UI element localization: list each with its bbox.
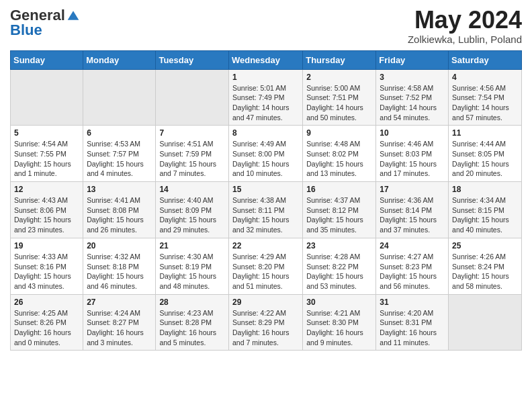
calendar-week-row: 26Sunrise: 4:25 AMSunset: 8:26 PMDayligh… bbox=[11, 294, 522, 351]
day-number: 22 bbox=[232, 241, 299, 250]
day-number: 24 bbox=[380, 241, 445, 250]
calendar-table: SundayMondayTuesdayWednesdayThursdayFrid… bbox=[10, 50, 522, 351]
weekday-header: Friday bbox=[376, 50, 449, 69]
calendar-cell: 5Sunrise: 4:54 AMSunset: 7:55 PMDaylight… bbox=[11, 126, 83, 182]
calendar-cell: 16Sunrise: 4:37 AMSunset: 8:12 PMDayligh… bbox=[303, 182, 376, 238]
day-info: Sunrise: 4:44 AMSunset: 8:05 PMDaylight:… bbox=[452, 139, 518, 179]
calendar-cell: 27Sunrise: 4:24 AMSunset: 8:27 PMDayligh… bbox=[83, 294, 156, 351]
location: Zolkiewka, Lublin, Poland bbox=[408, 34, 522, 45]
day-number: 8 bbox=[232, 128, 299, 138]
calendar-cell: 4Sunrise: 4:56 AMSunset: 7:54 PMDaylight… bbox=[449, 69, 522, 126]
day-info: Sunrise: 4:27 AMSunset: 8:23 PMDaylight:… bbox=[380, 252, 445, 291]
day-info: Sunrise: 4:43 AMSunset: 8:06 PMDaylight:… bbox=[14, 195, 79, 235]
day-info: Sunrise: 4:37 AMSunset: 8:12 PMDaylight:… bbox=[306, 195, 372, 235]
day-info: Sunrise: 4:23 AMSunset: 8:28 PMDaylight:… bbox=[159, 308, 225, 348]
weekday-header: Thursday bbox=[303, 50, 376, 69]
calendar-cell: 6Sunrise: 4:53 AMSunset: 7:57 PMDaylight… bbox=[83, 126, 156, 182]
day-number: 26 bbox=[14, 298, 79, 307]
day-number: 11 bbox=[452, 128, 518, 138]
day-info: Sunrise: 4:30 AMSunset: 8:19 PMDaylight:… bbox=[159, 252, 225, 291]
day-number: 29 bbox=[232, 298, 299, 307]
calendar-cell: 3Sunrise: 4:58 AMSunset: 7:52 PMDaylight… bbox=[376, 69, 449, 126]
calendar-cell: 9Sunrise: 4:48 AMSunset: 8:02 PMDaylight… bbox=[303, 126, 376, 182]
day-number: 23 bbox=[306, 241, 372, 250]
svg-marker-0 bbox=[68, 11, 79, 19]
day-info: Sunrise: 4:38 AMSunset: 8:11 PMDaylight:… bbox=[232, 195, 299, 235]
calendar-week-row: 1Sunrise: 5:01 AMSunset: 7:49 PMDaylight… bbox=[11, 69, 522, 126]
calendar-cell: 7Sunrise: 4:51 AMSunset: 7:59 PMDaylight… bbox=[156, 126, 229, 182]
weekday-header: Sunday bbox=[11, 50, 83, 69]
day-number: 28 bbox=[159, 298, 225, 307]
calendar-cell bbox=[449, 294, 522, 351]
day-info: Sunrise: 4:20 AMSunset: 8:31 PMDaylight:… bbox=[380, 308, 445, 348]
day-number: 6 bbox=[87, 128, 152, 138]
day-info: Sunrise: 4:22 AMSunset: 8:29 PMDaylight:… bbox=[232, 308, 299, 348]
day-number: 13 bbox=[87, 185, 152, 194]
day-info: Sunrise: 4:58 AMSunset: 7:52 PMDaylight:… bbox=[380, 83, 445, 123]
calendar-cell: 17Sunrise: 4:36 AMSunset: 8:14 PMDayligh… bbox=[376, 182, 449, 238]
calendar-cell: 26Sunrise: 4:25 AMSunset: 8:26 PMDayligh… bbox=[11, 294, 83, 351]
day-number: 14 bbox=[159, 185, 225, 194]
day-info: Sunrise: 4:40 AMSunset: 8:09 PMDaylight:… bbox=[159, 195, 225, 235]
day-number: 2 bbox=[306, 73, 372, 82]
day-info: Sunrise: 4:54 AMSunset: 7:55 PMDaylight:… bbox=[14, 139, 79, 179]
calendar-cell: 10Sunrise: 4:46 AMSunset: 8:03 PMDayligh… bbox=[376, 126, 449, 182]
calendar-cell: 1Sunrise: 5:01 AMSunset: 7:49 PMDaylight… bbox=[228, 69, 302, 126]
day-info: Sunrise: 5:00 AMSunset: 7:51 PMDaylight:… bbox=[306, 83, 372, 123]
calendar-cell bbox=[83, 69, 156, 126]
weekday-header-row: SundayMondayTuesdayWednesdayThursdayFrid… bbox=[11, 50, 522, 69]
day-number: 17 bbox=[380, 185, 445, 194]
day-number: 10 bbox=[380, 128, 445, 138]
logo-icon bbox=[66, 9, 80, 22]
calendar-cell: 21Sunrise: 4:30 AMSunset: 8:19 PMDayligh… bbox=[156, 238, 229, 294]
day-info: Sunrise: 4:29 AMSunset: 8:20 PMDaylight:… bbox=[232, 252, 299, 291]
day-number: 20 bbox=[87, 241, 152, 250]
calendar-cell: 31Sunrise: 4:20 AMSunset: 8:31 PMDayligh… bbox=[376, 294, 449, 351]
day-info: Sunrise: 4:21 AMSunset: 8:30 PMDaylight:… bbox=[306, 308, 372, 348]
day-number: 3 bbox=[380, 73, 445, 82]
weekday-header: Wednesday bbox=[228, 50, 302, 69]
weekday-header: Monday bbox=[83, 50, 156, 69]
page-header: General Blue May 2024 Zolkiewka, Lublin,… bbox=[10, 7, 522, 45]
calendar-cell: 23Sunrise: 4:28 AMSunset: 8:22 PMDayligh… bbox=[303, 238, 376, 294]
calendar-cell: 28Sunrise: 4:23 AMSunset: 8:28 PMDayligh… bbox=[156, 294, 229, 351]
day-info: Sunrise: 5:01 AMSunset: 7:49 PMDaylight:… bbox=[232, 83, 299, 123]
calendar-cell: 19Sunrise: 4:33 AMSunset: 8:16 PMDayligh… bbox=[11, 238, 83, 294]
day-number: 21 bbox=[159, 241, 225, 250]
day-info: Sunrise: 4:51 AMSunset: 7:59 PMDaylight:… bbox=[159, 139, 225, 179]
calendar-cell: 30Sunrise: 4:21 AMSunset: 8:30 PMDayligh… bbox=[303, 294, 376, 351]
calendar-cell: 13Sunrise: 4:41 AMSunset: 8:08 PMDayligh… bbox=[83, 182, 156, 238]
day-info: Sunrise: 4:25 AMSunset: 8:26 PMDaylight:… bbox=[14, 308, 79, 348]
day-number: 25 bbox=[452, 241, 518, 250]
day-info: Sunrise: 4:32 AMSunset: 8:18 PMDaylight:… bbox=[87, 252, 152, 291]
day-number: 12 bbox=[14, 185, 79, 194]
logo-blue: Blue bbox=[10, 21, 42, 39]
calendar-cell: 25Sunrise: 4:26 AMSunset: 8:24 PMDayligh… bbox=[449, 238, 522, 294]
day-info: Sunrise: 4:46 AMSunset: 8:03 PMDaylight:… bbox=[380, 139, 445, 179]
day-info: Sunrise: 4:48 AMSunset: 8:02 PMDaylight:… bbox=[306, 139, 372, 179]
calendar-cell: 18Sunrise: 4:34 AMSunset: 8:15 PMDayligh… bbox=[449, 182, 522, 238]
calendar-cell: 22Sunrise: 4:29 AMSunset: 8:20 PMDayligh… bbox=[228, 238, 302, 294]
calendar-cell: 29Sunrise: 4:22 AMSunset: 8:29 PMDayligh… bbox=[228, 294, 302, 351]
day-info: Sunrise: 4:28 AMSunset: 8:22 PMDaylight:… bbox=[306, 252, 372, 291]
day-info: Sunrise: 4:56 AMSunset: 7:54 PMDaylight:… bbox=[452, 83, 518, 123]
day-info: Sunrise: 4:53 AMSunset: 7:57 PMDaylight:… bbox=[87, 139, 152, 179]
title-area: May 2024 Zolkiewka, Lublin, Poland bbox=[408, 7, 522, 45]
day-info: Sunrise: 4:34 AMSunset: 8:15 PMDaylight:… bbox=[452, 195, 518, 235]
calendar-cell: 12Sunrise: 4:43 AMSunset: 8:06 PMDayligh… bbox=[11, 182, 83, 238]
day-info: Sunrise: 4:24 AMSunset: 8:27 PMDaylight:… bbox=[87, 308, 152, 348]
calendar-cell: 8Sunrise: 4:49 AMSunset: 8:00 PMDaylight… bbox=[228, 126, 302, 182]
calendar-cell: 2Sunrise: 5:00 AMSunset: 7:51 PMDaylight… bbox=[303, 69, 376, 126]
calendar-cell bbox=[11, 69, 83, 126]
day-number: 1 bbox=[232, 73, 299, 82]
day-number: 5 bbox=[14, 128, 79, 138]
calendar-week-row: 19Sunrise: 4:33 AMSunset: 8:16 PMDayligh… bbox=[11, 238, 522, 294]
day-number: 18 bbox=[452, 185, 518, 194]
day-info: Sunrise: 4:49 AMSunset: 8:00 PMDaylight:… bbox=[232, 139, 299, 179]
calendar-week-row: 5Sunrise: 4:54 AMSunset: 7:55 PMDaylight… bbox=[11, 126, 522, 182]
calendar-cell bbox=[156, 69, 229, 126]
calendar-cell: 14Sunrise: 4:40 AMSunset: 8:09 PMDayligh… bbox=[156, 182, 229, 238]
day-number: 30 bbox=[306, 298, 372, 307]
day-number: 4 bbox=[452, 73, 518, 82]
day-info: Sunrise: 4:33 AMSunset: 8:16 PMDaylight:… bbox=[14, 252, 79, 291]
